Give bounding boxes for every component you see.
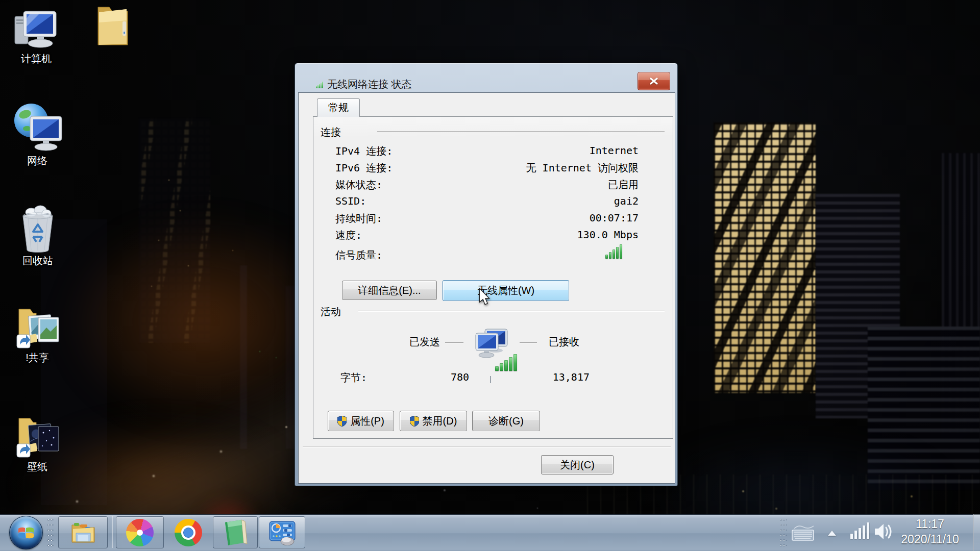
clock-date: 2020/11/10 [890, 532, 970, 547]
row-value-speed: 130.0 Mbps [577, 229, 639, 241]
tab-general[interactable]: 常规 [317, 98, 360, 117]
clock-time: 11:17 [890, 516, 970, 532]
shared-folder-icon [14, 302, 61, 351]
taskbar-separator [110, 516, 113, 548]
properties-button-label: 属性(P) [350, 414, 384, 428]
desktop-icon-recycle-bin[interactable]: 回收站 [9, 205, 66, 266]
tray-clock[interactable]: 11:17 2020/11/10 [890, 516, 970, 549]
wireless-properties-button[interactable]: 无线属性(W) [443, 280, 569, 301]
row-label-media-state: 媒体状态: [335, 178, 382, 192]
dash-line [520, 342, 537, 343]
show-desktop-button[interactable] [973, 514, 980, 551]
sent-label: 已发送 [409, 335, 440, 349]
row-label-ipv6: IPv6 连接: [335, 161, 393, 175]
desktop: 计算机 网络 [0, 0, 980, 551]
wireless-signal-icon [316, 82, 324, 88]
activity-group-label: 活动 [321, 305, 341, 319]
row-label-ipv4: IPv4 连接: [335, 144, 393, 158]
diagnose-button[interactable]: 诊断(G) [472, 411, 540, 431]
dialog-titlebar[interactable]: 无线网络连接 状态 [295, 63, 677, 92]
dialog-title: 无线网络连接 状态 [327, 78, 412, 91]
chrome-icon [175, 519, 202, 546]
row-value-ipv4: Internet [590, 144, 639, 157]
bytes-label: 字节: [340, 371, 367, 385]
caret-mark [490, 376, 491, 383]
mouse-cursor [478, 288, 491, 305]
taskbar-control-panel-button[interactable] [259, 516, 305, 548]
notes-app-icon [223, 519, 248, 546]
network-icon [12, 101, 63, 154]
row-value-ssid: gai2 [614, 195, 639, 207]
signal-quality-bars-icon [605, 244, 625, 259]
desktop-icon-label: 回收站 [9, 255, 66, 266]
tray-grip[interactable] [779, 517, 787, 547]
uac-shield-icon [337, 416, 347, 427]
row-label-duration: 持续时间: [335, 212, 382, 226]
explorer-icon [70, 521, 96, 544]
row-label-signal-quality: 信号质量: [335, 248, 382, 262]
desktop-icon-computer[interactable]: 计算机 [8, 7, 65, 64]
group-divider [358, 311, 665, 311]
row-label-speed: 速度: [335, 229, 362, 242]
taskbar-explorer-button[interactable] [58, 516, 108, 548]
desktop-icon-shared-folder[interactable]: !共享 [9, 302, 66, 363]
received-label: 已接收 [549, 335, 579, 349]
tab-page-general: 连接 IPv4 连接: Internet IPv6 连接: 无 Internet… [313, 116, 673, 439]
desktop-icon-label: 计算机 [8, 53, 65, 64]
tray-show-hidden-icons[interactable] [828, 531, 836, 536]
dash-line [445, 342, 463, 343]
row-value-ipv6: 无 Internet 访问权限 [526, 161, 639, 175]
close-dialog-button[interactable]: 关闭(C) [541, 455, 614, 474]
desktop-icon-wallpaper-folder[interactable]: 壁纸 [9, 411, 66, 472]
close-icon[interactable] [638, 72, 670, 90]
taskbar-chrome-button[interactable] [165, 516, 211, 548]
start-button[interactable] [9, 516, 43, 549]
pinwheel-browser-icon [126, 519, 154, 546]
footer-divider [303, 446, 671, 447]
taskbar-notes-app-button[interactable] [213, 516, 258, 548]
bytes-received-value: 13,817 [553, 371, 590, 383]
properties-button[interactable]: 属性(P) [328, 411, 394, 431]
input-keyboard-icon[interactable] [791, 523, 816, 542]
windows-logo-icon [17, 524, 35, 541]
wallpaper-folder-icon [14, 411, 61, 460]
recycle-bin-icon [16, 205, 60, 254]
activity-signal-bars-icon [495, 354, 520, 371]
computer-icon [12, 7, 60, 52]
uac-shield-icon [410, 416, 419, 427]
row-value-media-state: 已启用 [608, 178, 639, 192]
bytes-sent-value: 780 [451, 371, 469, 383]
row-value-duration: 00:07:17 [590, 212, 639, 224]
row-label-ssid: SSID: [335, 195, 366, 207]
taskbar-pinwheel-browser-button[interactable] [116, 516, 164, 548]
diagnose-button-label: 诊断(G) [488, 414, 524, 428]
details-button[interactable]: 详细信息(E)... [342, 281, 437, 300]
desktop-icon-label: !共享 [9, 352, 66, 363]
control-panel-icon [268, 520, 297, 545]
group-divider [377, 131, 665, 132]
folder-icon [92, 2, 133, 49]
disable-button[interactable]: 禁用(D) [400, 411, 467, 431]
disable-button-label: 禁用(D) [423, 414, 457, 428]
wireless-status-dialog: 无线网络连接 状态 常规 连接 IPv4 连接: Internet IPv6 连… [295, 63, 678, 486]
taskbar-grip[interactable] [47, 517, 54, 547]
desktop-icon-label: 网络 [9, 155, 66, 166]
tray-network-icon[interactable] [850, 522, 869, 539]
connection-group-label: 连接 [321, 126, 341, 139]
desktop-icon-folder[interactable] [84, 2, 141, 49]
desktop-icon-label: 壁纸 [9, 461, 66, 472]
desktop-icon-network[interactable]: 网络 [9, 101, 66, 166]
